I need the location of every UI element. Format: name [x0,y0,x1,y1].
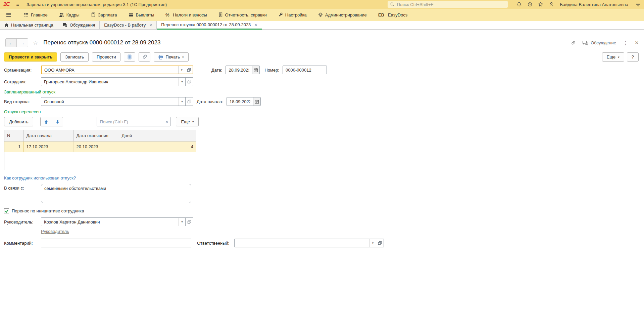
current-user-name[interactable]: Байдина Валентина Анатольевна [560,2,628,7]
help-button[interactable]: ? [627,52,639,62]
start-date-combo [227,97,261,106]
search-input[interactable] [396,2,505,7]
table-more-button[interactable]: Еще ▾ [176,117,199,126]
employee-dropdown-icon[interactable]: ▾ [179,78,185,86]
manager-link[interactable]: Руководитель [41,229,69,234]
attachments-button[interactable] [139,52,150,62]
easydocs-icon: ED [378,12,386,17]
tab-easydocs-task[interactable]: EasyDocs - В работу × [100,21,157,30]
responsible-input[interactable] [235,239,369,247]
checkbox-checked-icon[interactable] [4,208,9,213]
menu-item-salary[interactable]: Зарплата [91,12,117,17]
org-input[interactable] [42,66,178,74]
menu-item-easydocs[interactable]: ED EasyDocs [378,12,408,17]
close-tab-icon[interactable]: × [254,22,257,28]
discussion-button[interactable]: Обсуждение [582,40,616,45]
favorites-star-icon[interactable] [538,2,543,7]
row-number-cell[interactable]: 1 [4,141,23,152]
vacation-usage-link[interactable]: Как сотрудник использовал отпуск? [4,175,76,180]
menu-item-reports[interactable]: Отчетность, справки [218,12,267,17]
column-header-days[interactable]: Дней [119,130,196,141]
save-button[interactable]: Записать [60,52,89,62]
tab-discussions[interactable]: Обсуждения [58,21,100,30]
post-button[interactable]: Провести [92,52,121,62]
clear-search-icon[interactable]: × [163,117,170,126]
menu-item-main[interactable]: Главное [24,12,48,17]
chat-icon [62,23,67,27]
close-tab-icon[interactable]: × [149,23,152,28]
arrow-up-icon [44,120,48,124]
calendar-icon[interactable] [252,66,259,74]
list-icon [24,12,29,17]
responsible-open-icon[interactable] [376,239,384,247]
start-date-cell[interactable]: 17.10.2023 [23,141,73,152]
menu-item-payments[interactable]: Выплаты [129,12,154,17]
comment-input[interactable] [41,239,191,247]
start-date-input[interactable] [227,97,253,106]
menu-item-administration[interactable]: Администрирование [318,12,367,17]
move-up-button[interactable] [41,117,52,126]
column-header-end-date[interactable]: Дата окончания [73,130,119,141]
menu-item-settings[interactable]: Настройка [278,12,307,17]
get-link-icon[interactable] [571,40,576,46]
service-menu-icon[interactable] [636,2,641,7]
menu-item-taxes[interactable]: % Налоги и взносы [165,12,207,17]
date-input[interactable] [226,66,252,74]
svg-text:ED: ED [378,12,384,17]
employee-label: Сотрудник: [4,79,41,84]
table-search-input[interactable] [97,117,163,126]
employee-open-icon[interactable] [185,78,193,86]
date-combo [226,66,260,74]
document-header: ← → ☆ Перенос отпуска 0000-000012 от 28.… [0,30,644,48]
table-empty-area [4,152,196,170]
end-date-cell[interactable]: 20.10.2023 [73,141,119,152]
favorite-star-icon[interactable]: ☆ [33,39,38,46]
history-icon[interactable] [527,2,533,7]
manager-dropdown-icon[interactable]: ▾ [179,218,185,226]
user-icon[interactable] [549,2,554,7]
move-down-button[interactable] [52,117,63,126]
date-label: Дата: [211,68,226,73]
org-open-icon[interactable] [185,66,193,74]
responsible-dropdown-icon[interactable]: ▾ [369,239,376,247]
more-button[interactable]: Еще ▾ [602,52,624,62]
reason-textarea[interactable]: семейными обстоятельствами [41,184,191,203]
payments-icon [129,12,134,17]
number-input[interactable] [283,66,327,74]
forward-button[interactable]: → [17,39,28,47]
vacation-kind-open-icon[interactable] [185,97,193,106]
employee-combo: ▾ [41,77,193,86]
sections-menu-icon[interactable] [5,12,12,17]
manager-open-icon[interactable] [185,218,193,226]
table-row[interactable]: 1 17.10.2023 20.10.2023 4 [4,141,196,152]
tab-home[interactable]: Начальная страница [0,21,58,30]
notifications-bell-icon[interactable] [516,2,522,7]
employee-input[interactable] [41,78,179,86]
column-header-start-date[interactable]: Дата начала [23,130,73,141]
menu-item-hr[interactable]: Кадры [59,12,80,17]
tab-vacation-transfer[interactable]: Перенос отпуска 0000-000012 от 28.09.202… [157,21,262,30]
calculator-icon [91,12,96,17]
days-cell[interactable]: 4 [119,141,196,152]
calendar-icon[interactable] [253,97,260,106]
close-document-icon[interactable]: × [635,39,639,46]
manager-input[interactable] [41,218,179,226]
svg-text:%: % [165,12,169,17]
vacation-kind-input[interactable] [41,97,179,106]
planned-vacation-section-title: Запланированный отпуск [4,89,644,94]
employee-initiative-label: Перенос по инициативе сотрудника [12,208,84,213]
register-records-button[interactable] [124,52,135,62]
more-actions-icon[interactable]: ⋮ [622,40,629,46]
post-and-close-button[interactable]: Провести и закрыть [4,52,57,62]
document-form: Организация: ▾ Дата: Номер: Сотрудник: ▾ [0,62,644,247]
org-dropdown-icon[interactable]: ▾ [178,66,185,74]
print-button[interactable]: Печать ▾ [154,52,188,62]
employee-initiative-checkbox-row[interactable]: Перенос по инициативе сотрудника [4,208,644,213]
1c-logo-icon: 1С [3,1,9,7]
vacation-kind-dropdown-icon[interactable]: ▾ [179,97,185,106]
back-button[interactable]: ← [6,39,17,47]
add-row-button[interactable]: Добавить [4,117,33,126]
column-header-n[interactable]: N [4,130,23,141]
global-search[interactable] [388,1,508,8]
main-menu-icon[interactable]: ≡ [14,2,21,7]
